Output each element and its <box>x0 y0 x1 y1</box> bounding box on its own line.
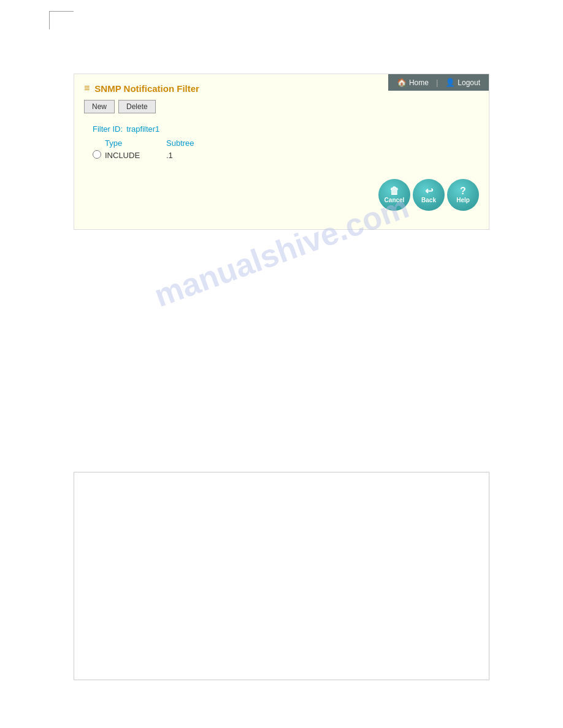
back-icon: ↩ <box>425 186 433 196</box>
help-button[interactable]: ? Help <box>447 179 479 211</box>
toolbar: New Delete <box>74 100 489 121</box>
cell-type: INCLUDE <box>105 151 166 160</box>
nav-separator: | <box>436 78 438 87</box>
help-label: Help <box>456 197 470 203</box>
filter-id-row: Filter ID: trapfilter1 <box>93 124 470 134</box>
table-header: Type Subtree <box>93 138 470 148</box>
delete-button[interactable]: Delete <box>118 100 156 113</box>
col-type-header: Type <box>105 138 166 148</box>
filter-id-label: Filter ID: <box>93 124 123 134</box>
cell-subtree: .1 <box>166 151 215 160</box>
cancel-icon: 🗑 <box>389 186 399 196</box>
help-icon: ? <box>460 186 466 196</box>
corner-bracket <box>49 11 74 29</box>
row-radio-cell <box>93 150 105 161</box>
home-label: Home <box>409 78 429 87</box>
logout-label: Logout <box>458 78 480 87</box>
action-buttons: 🗑 Cancel ↩ Back ? Help <box>74 167 489 217</box>
main-panel: 🏠 Home | 👤 Logout ≡ SNMP Notification Fi… <box>74 74 489 230</box>
filter-content: Filter ID: trapfilter1 Type Subtree INCL… <box>74 121 489 167</box>
table-row: INCLUDE .1 <box>93 150 470 161</box>
title-icon: ≡ <box>84 83 90 94</box>
logout-icon: 👤 <box>445 78 455 87</box>
page-title: SNMP Notification Filter <box>94 83 199 94</box>
back-label: Back <box>421 197 436 203</box>
col-subtree-header: Subtree <box>166 138 240 148</box>
filter-id-value: trapfilter1 <box>126 124 159 134</box>
logout-button[interactable]: 👤 Logout <box>442 77 484 88</box>
row-radio[interactable] <box>93 150 101 159</box>
cancel-button[interactable]: 🗑 Cancel <box>378 179 410 211</box>
nav-bar: 🏠 Home | 👤 Logout <box>388 74 489 91</box>
back-button[interactable]: ↩ Back <box>413 179 445 211</box>
home-button[interactable]: 🏠 Home <box>393 77 432 88</box>
new-button[interactable]: New <box>84 100 115 113</box>
home-icon: 🏠 <box>397 78 407 87</box>
bottom-panel <box>74 472 489 680</box>
cancel-label: Cancel <box>385 197 405 203</box>
